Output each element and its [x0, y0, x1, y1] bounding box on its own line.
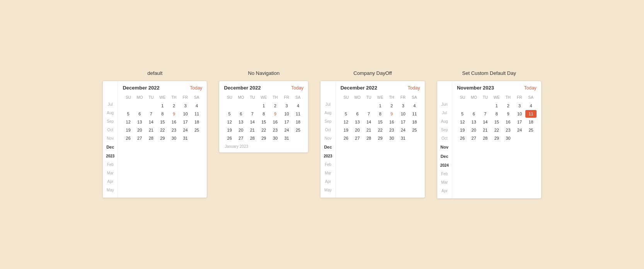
day-cell-31[interactable]: 31 — [281, 134, 292, 142]
sidebar-item-Oct[interactable]: Oct — [440, 134, 450, 143]
day-cell-26[interactable]: 26 — [457, 134, 468, 142]
sidebar-item-Feb[interactable]: Feb — [323, 161, 333, 169]
day-cell-29[interactable]: 29 — [258, 134, 269, 142]
day-cell-5[interactable]: 5 — [457, 110, 468, 118]
sidebar-item-Feb[interactable]: Feb — [105, 161, 115, 169]
day-cell-27[interactable]: 27 — [352, 134, 363, 142]
sidebar-item-Feb[interactable]: Feb — [440, 170, 450, 178]
day-cell-30[interactable]: 30 — [503, 134, 514, 142]
sidebar-item-Nov[interactable]: Nov — [440, 143, 450, 152]
day-cell-19[interactable]: 19 — [224, 126, 235, 134]
sidebar-item-Sep[interactable]: Sep — [105, 117, 115, 126]
sidebar-item-Apr[interactable]: Apr — [323, 178, 333, 186]
day-cell-13[interactable]: 13 — [352, 118, 363, 126]
day-cell-9[interactable]: 9 — [270, 110, 281, 118]
day-cell-13[interactable]: 13 — [468, 118, 479, 126]
day-cell-4[interactable]: 4 — [409, 102, 420, 110]
day-cell-9[interactable]: 9 — [503, 110, 514, 118]
day-cell-22[interactable]: 22 — [157, 126, 168, 134]
sidebar-item-Jul[interactable]: Jul — [105, 100, 115, 109]
day-cell-5[interactable]: 5 — [224, 110, 235, 118]
day-cell-18[interactable]: 18 — [191, 118, 203, 126]
day-cell-16[interactable]: 16 — [270, 118, 281, 126]
day-cell-3[interactable]: 3 — [514, 102, 525, 110]
day-cell-22[interactable]: 22 — [375, 126, 386, 134]
sidebar-item-Aug[interactable]: Aug — [323, 109, 333, 117]
day-cell-19[interactable]: 19 — [457, 126, 468, 134]
day-cell-20[interactable]: 20 — [468, 126, 479, 134]
day-cell-15[interactable]: 15 — [258, 118, 269, 126]
day-cell-17[interactable]: 17 — [397, 118, 409, 126]
day-cell-12[interactable]: 12 — [224, 118, 235, 126]
day-cell-25[interactable]: 25 — [293, 126, 304, 134]
sidebar-item-2023[interactable]: 2023 — [323, 152, 333, 161]
day-cell-30[interactable]: 30 — [270, 134, 281, 142]
today-button-company-dayoff[interactable]: Today — [408, 85, 420, 91]
sidebar-item-Sep[interactable]: Sep — [440, 126, 450, 134]
day-cell-6[interactable]: 6 — [468, 110, 479, 118]
day-cell-6[interactable]: 6 — [134, 110, 145, 118]
day-cell-16[interactable]: 16 — [503, 118, 514, 126]
day-cell-16[interactable]: 16 — [386, 118, 397, 126]
day-cell-10[interactable]: 10 — [397, 110, 409, 118]
sidebar-item-2023[interactable]: 2023 — [105, 152, 115, 161]
day-cell-3[interactable]: 3 — [397, 102, 409, 110]
day-cell-10[interactable]: 10 — [180, 110, 191, 118]
day-cell-28[interactable]: 28 — [363, 134, 375, 142]
day-cell-19[interactable]: 19 — [341, 126, 352, 134]
sidebar-item-Apr[interactable]: Apr — [105, 178, 115, 186]
today-button-no-navigation[interactable]: Today — [291, 85, 303, 91]
day-cell-11[interactable]: 11 — [525, 110, 537, 118]
day-cell-14[interactable]: 14 — [480, 118, 491, 126]
day-cell-30[interactable]: 30 — [169, 134, 180, 142]
day-cell-20[interactable]: 20 — [134, 126, 145, 134]
today-button-default[interactable]: Today — [190, 85, 202, 91]
day-cell-26[interactable]: 26 — [341, 134, 352, 142]
day-cell-23[interactable]: 23 — [386, 126, 397, 134]
day-cell-5[interactable]: 5 — [341, 110, 352, 118]
day-cell-27[interactable]: 27 — [134, 134, 145, 142]
day-cell-9[interactable]: 9 — [169, 110, 180, 118]
day-cell-18[interactable]: 18 — [525, 118, 537, 126]
sidebar-item-May[interactable]: May — [323, 186, 333, 195]
day-cell-14[interactable]: 14 — [146, 118, 157, 126]
sidebar-item-Mar[interactable]: Mar — [323, 169, 333, 178]
day-cell-23[interactable]: 23 — [270, 126, 281, 134]
day-cell-8[interactable]: 8 — [157, 110, 168, 118]
day-cell-20[interactable]: 20 — [352, 126, 363, 134]
sidebar-item-Dec[interactable]: Dec — [440, 152, 450, 161]
day-cell-24[interactable]: 24 — [180, 126, 191, 134]
day-cell-2[interactable]: 2 — [503, 102, 514, 110]
sidebar-item-Oct[interactable]: Oct — [105, 126, 115, 134]
day-cell-11[interactable]: 11 — [191, 110, 203, 118]
day-cell-8[interactable]: 8 — [491, 110, 503, 118]
day-cell-7[interactable]: 7 — [480, 110, 491, 118]
sidebar-item-Dec[interactable]: Dec — [323, 143, 333, 152]
day-cell-2[interactable]: 2 — [169, 102, 180, 110]
sidebar-item-Jul[interactable]: Jul — [440, 109, 450, 117]
day-cell-27[interactable]: 27 — [468, 134, 479, 142]
day-cell-29[interactable]: 29 — [375, 134, 386, 142]
sidebar-item-Mar[interactable]: Mar — [440, 178, 450, 187]
day-cell-28[interactable]: 28 — [247, 134, 258, 142]
day-cell-7[interactable]: 7 — [146, 110, 157, 118]
day-cell-25[interactable]: 25 — [191, 126, 203, 134]
day-cell-6[interactable]: 6 — [352, 110, 363, 118]
day-cell-8[interactable]: 8 — [375, 110, 386, 118]
sidebar-item-Aug[interactable]: Aug — [440, 117, 450, 126]
day-cell-12[interactable]: 12 — [341, 118, 352, 126]
day-cell-1[interactable]: 1 — [258, 102, 269, 110]
day-cell-7[interactable]: 7 — [363, 110, 375, 118]
day-cell-1[interactable]: 1 — [491, 102, 503, 110]
day-cell-6[interactable]: 6 — [235, 110, 247, 118]
day-cell-20[interactable]: 20 — [235, 126, 247, 134]
today-button-set-custom-default-day[interactable]: Today — [524, 85, 537, 91]
day-cell-3[interactable]: 3 — [281, 102, 292, 110]
day-cell-27[interactable]: 27 — [235, 134, 247, 142]
day-cell-2[interactable]: 2 — [386, 102, 397, 110]
sidebar-item-Jun[interactable]: Jun — [440, 100, 450, 109]
day-cell-24[interactable]: 24 — [281, 126, 292, 134]
day-cell-11[interactable]: 11 — [293, 110, 304, 118]
day-cell-26[interactable]: 26 — [224, 134, 235, 142]
sidebar-item-2024[interactable]: 2024 — [440, 161, 450, 170]
